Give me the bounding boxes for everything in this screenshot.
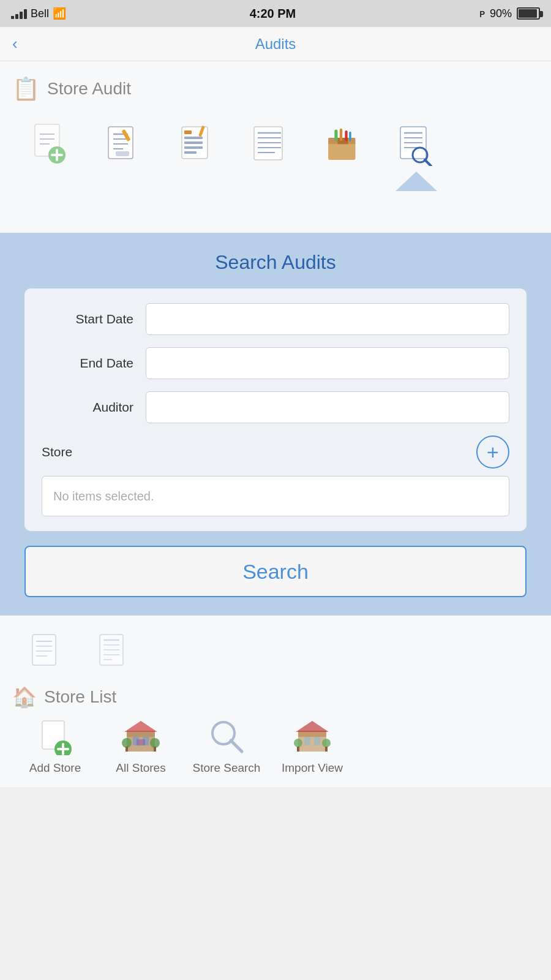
lines-audit-img <box>252 124 287 168</box>
svg-rect-74 <box>297 747 299 752</box>
signal-icon <box>11 8 27 19</box>
store-list-header: 🏠 Store List <box>12 685 539 709</box>
store-audit-header: 📋 Store Audit <box>12 76 539 102</box>
end-date-row: End Date <box>42 347 509 379</box>
svg-rect-65 <box>154 747 156 752</box>
start-date-row: Start Date <box>42 303 509 335</box>
battery-percent: 90% <box>490 7 512 20</box>
svg-rect-63 <box>126 747 128 752</box>
add-store-button[interactable]: + <box>476 435 509 469</box>
store-audit-icon-grid <box>12 113 539 180</box>
edit-audit-icon[interactable] <box>86 113 159 180</box>
store-list-title: Store List <box>44 687 116 707</box>
import-view-cell[interactable]: Import View <box>269 717 355 775</box>
all-stores-cell[interactable]: All Stores <box>98 717 184 775</box>
add-store-img <box>37 717 73 758</box>
store-search-cell[interactable]: Store Search <box>184 717 269 775</box>
svg-point-64 <box>150 738 160 748</box>
store-search-img <box>208 717 246 758</box>
nav-bar: ‹ Audits <box>0 27 551 61</box>
search-panel: Search Audits Start Date End Date Audito… <box>0 233 551 616</box>
svg-rect-76 <box>325 747 328 752</box>
status-bar: Bell 📶 4:20 PM ᴘ 90% <box>0 0 551 27</box>
store-list-header-icon: 🏠 <box>12 685 37 709</box>
status-left: Bell 📶 <box>11 7 66 20</box>
svg-marker-61 <box>124 721 157 732</box>
edit-audit-img <box>105 124 140 168</box>
box-audit-icon[interactable] <box>306 113 380 180</box>
lines-audit-icon[interactable] <box>233 113 306 180</box>
status-right: ᴘ 90% <box>479 7 540 20</box>
store-row: Store + <box>42 435 509 469</box>
battery-icon <box>517 7 540 20</box>
store-search-label: Store Search <box>193 761 261 775</box>
end-date-label: End Date <box>42 356 146 371</box>
svg-rect-18 <box>184 146 203 149</box>
new-audit-img <box>31 122 67 171</box>
svg-point-62 <box>122 738 132 748</box>
svg-marker-72 <box>296 721 329 732</box>
status-time: 4:20 PM <box>250 7 296 21</box>
bottom-doc2-icon[interactable] <box>80 624 147 679</box>
store-list-section: 🏠 Store List Add Store <box>0 616 551 787</box>
svg-rect-30 <box>334 129 337 141</box>
store-placeholder-text: No items selected. <box>53 489 154 503</box>
auditor-label: Auditor <box>42 400 146 415</box>
svg-rect-33 <box>349 132 351 141</box>
auditor-input[interactable] <box>146 391 509 423</box>
svg-rect-31 <box>340 129 342 141</box>
store-label: Store <box>42 445 72 459</box>
svg-rect-19 <box>184 151 197 154</box>
box-audit-img <box>325 124 361 168</box>
carrier-label: Bell <box>31 7 49 20</box>
search-button[interactable]: Search <box>24 546 527 597</box>
back-button[interactable]: ‹ <box>12 34 18 53</box>
add-store-label: Add Store <box>29 761 81 775</box>
store-audit-header-icon: 📋 <box>12 76 40 102</box>
search-audit-img <box>398 124 435 168</box>
svg-rect-41 <box>32 635 56 665</box>
svg-rect-15 <box>184 130 192 134</box>
wifi-icon: 📶 <box>53 7 66 20</box>
svg-point-75 <box>322 739 331 747</box>
svg-line-40 <box>425 160 431 166</box>
search-panel-title: Search Audits <box>24 251 527 274</box>
list-audit-img <box>178 124 214 168</box>
bottom-top-icons <box>12 616 539 679</box>
svg-line-67 <box>231 741 242 752</box>
all-stores-label: All Stores <box>116 761 165 775</box>
bottom-doc1-icon[interactable] <box>12 624 80 679</box>
import-view-label: Import View <box>282 761 343 775</box>
svg-rect-60 <box>137 739 145 745</box>
end-date-input[interactable] <box>146 347 509 379</box>
svg-rect-12 <box>116 151 129 156</box>
search-form-card: Start Date End Date Auditor Store + No i… <box>24 288 527 531</box>
auditor-row: Auditor <box>42 391 509 423</box>
svg-rect-27 <box>328 142 355 160</box>
bluetooth-icon: ᴘ <box>479 7 485 20</box>
store-audit-title: Store Audit <box>47 79 131 99</box>
svg-rect-71 <box>314 737 320 745</box>
store-placeholder-box: No items selected. <box>42 476 509 516</box>
svg-rect-32 <box>345 130 347 141</box>
all-stores-img <box>122 717 160 758</box>
import-view-img <box>293 717 331 758</box>
store-audit-section: 📋 Store Audit <box>0 61 551 233</box>
svg-rect-16 <box>184 137 203 139</box>
new-audit-icon[interactable] <box>12 113 86 180</box>
search-audit-icon[interactable] <box>380 113 453 180</box>
svg-rect-17 <box>184 141 203 144</box>
start-date-input[interactable] <box>146 303 509 335</box>
add-store-cell[interactable]: Add Store <box>12 717 98 775</box>
start-date-label: Start Date <box>42 312 146 326</box>
list-audit-icon[interactable] <box>159 113 233 180</box>
nav-title: Audits <box>255 36 296 53</box>
svg-rect-70 <box>304 737 310 745</box>
store-list-icon-grid: Add Store <box>12 717 539 775</box>
svg-point-73 <box>294 739 302 747</box>
